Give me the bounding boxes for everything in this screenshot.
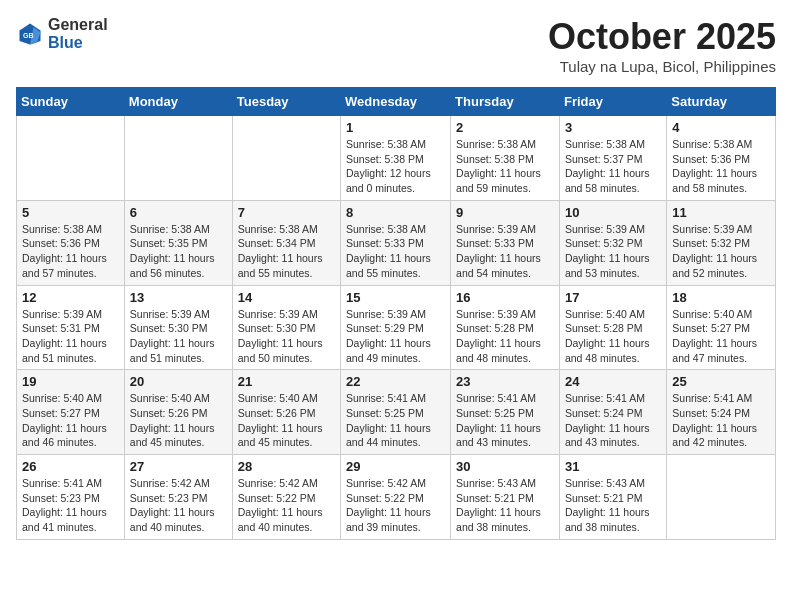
- day-info-line: and 38 minutes.: [565, 521, 640, 533]
- day-number: 23: [456, 374, 554, 389]
- calendar-cell: 25Sunrise: 5:41 AMSunset: 5:24 PMDayligh…: [667, 370, 776, 455]
- day-info-line: Sunset: 5:31 PM: [22, 322, 100, 334]
- day-info: Sunrise: 5:43 AMSunset: 5:21 PMDaylight:…: [565, 476, 661, 535]
- calendar-cell: 19Sunrise: 5:40 AMSunset: 5:27 PMDayligh…: [17, 370, 125, 455]
- day-info-line: Sunset: 5:22 PM: [346, 492, 424, 504]
- day-info-line: Sunrise: 5:38 AM: [346, 138, 426, 150]
- calendar-cell: 6Sunrise: 5:38 AMSunset: 5:35 PMDaylight…: [124, 200, 232, 285]
- day-number: 11: [672, 205, 770, 220]
- day-info-line: and 46 minutes.: [22, 436, 97, 448]
- day-info-line: and 53 minutes.: [565, 267, 640, 279]
- day-info-line: Daylight: 11 hours: [346, 252, 431, 264]
- calendar-week-1: 1Sunrise: 5:38 AMSunset: 5:38 PMDaylight…: [17, 116, 776, 201]
- day-info: Sunrise: 5:41 AMSunset: 5:24 PMDaylight:…: [672, 391, 770, 450]
- day-info-line: Sunrise: 5:39 AM: [672, 223, 752, 235]
- calendar-cell: 1Sunrise: 5:38 AMSunset: 5:38 PMDaylight…: [341, 116, 451, 201]
- day-info-line: Daylight: 11 hours: [456, 337, 541, 349]
- day-number: 1: [346, 120, 445, 135]
- day-info-line: and 38 minutes.: [456, 521, 531, 533]
- day-info-line: and 42 minutes.: [672, 436, 747, 448]
- day-info-line: Sunset: 5:33 PM: [456, 237, 534, 249]
- day-info-line: Sunrise: 5:38 AM: [565, 138, 645, 150]
- day-info-line: and 0 minutes.: [346, 182, 415, 194]
- day-number: 30: [456, 459, 554, 474]
- day-info-line: Sunset: 5:37 PM: [565, 153, 643, 165]
- day-info-line: Sunset: 5:27 PM: [22, 407, 100, 419]
- day-info: Sunrise: 5:41 AMSunset: 5:25 PMDaylight:…: [346, 391, 445, 450]
- day-info: Sunrise: 5:39 AMSunset: 5:29 PMDaylight:…: [346, 307, 445, 366]
- day-info-line: Sunrise: 5:41 AM: [456, 392, 536, 404]
- day-info-line: Daylight: 11 hours: [130, 252, 215, 264]
- day-info-line: Sunset: 5:33 PM: [346, 237, 424, 249]
- day-info-line: Sunrise: 5:39 AM: [456, 223, 536, 235]
- day-info: Sunrise: 5:41 AMSunset: 5:24 PMDaylight:…: [565, 391, 661, 450]
- day-info-line: and 40 minutes.: [130, 521, 205, 533]
- day-info-line: Daylight: 11 hours: [672, 422, 757, 434]
- day-number: 14: [238, 290, 335, 305]
- day-info-line: and 59 minutes.: [456, 182, 531, 194]
- day-info-line: and 45 minutes.: [238, 436, 313, 448]
- day-info-line: Daylight: 11 hours: [672, 167, 757, 179]
- day-info-line: Daylight: 11 hours: [346, 337, 431, 349]
- weekday-header-friday: Friday: [559, 88, 666, 116]
- weekday-header-sunday: Sunday: [17, 88, 125, 116]
- day-info-line: Daylight: 11 hours: [456, 167, 541, 179]
- day-number: 28: [238, 459, 335, 474]
- calendar-cell: [667, 455, 776, 540]
- day-info-line: Sunset: 5:24 PM: [672, 407, 750, 419]
- day-number: 17: [565, 290, 661, 305]
- day-info-line: Sunset: 5:35 PM: [130, 237, 208, 249]
- day-info-line: Daylight: 11 hours: [130, 337, 215, 349]
- day-info-line: Sunset: 5:23 PM: [22, 492, 100, 504]
- day-number: 15: [346, 290, 445, 305]
- day-info: Sunrise: 5:40 AMSunset: 5:28 PMDaylight:…: [565, 307, 661, 366]
- day-info-line: Daylight: 11 hours: [565, 167, 650, 179]
- day-info-line: Sunset: 5:34 PM: [238, 237, 316, 249]
- svg-text:GB: GB: [23, 31, 34, 38]
- logo-blue: Blue: [48, 34, 83, 51]
- calendar-cell: 23Sunrise: 5:41 AMSunset: 5:25 PMDayligh…: [451, 370, 560, 455]
- weekday-header-wednesday: Wednesday: [341, 88, 451, 116]
- location: Tulay na Lupa, Bicol, Philippines: [548, 58, 776, 75]
- day-info-line: Daylight: 11 hours: [565, 337, 650, 349]
- day-info: Sunrise: 5:38 AMSunset: 5:33 PMDaylight:…: [346, 222, 445, 281]
- day-info: Sunrise: 5:38 AMSunset: 5:36 PMDaylight:…: [672, 137, 770, 196]
- calendar-cell: 12Sunrise: 5:39 AMSunset: 5:31 PMDayligh…: [17, 285, 125, 370]
- day-info-line: Daylight: 11 hours: [22, 422, 107, 434]
- day-info: Sunrise: 5:40 AMSunset: 5:27 PMDaylight:…: [672, 307, 770, 366]
- calendar-cell: 29Sunrise: 5:42 AMSunset: 5:22 PMDayligh…: [341, 455, 451, 540]
- day-info-line: Sunrise: 5:42 AM: [130, 477, 210, 489]
- day-info-line: Sunrise: 5:39 AM: [130, 308, 210, 320]
- day-info: Sunrise: 5:40 AMSunset: 5:26 PMDaylight:…: [238, 391, 335, 450]
- day-info-line: Sunrise: 5:42 AM: [346, 477, 426, 489]
- day-info-line: Sunrise: 5:39 AM: [456, 308, 536, 320]
- weekday-header-tuesday: Tuesday: [232, 88, 340, 116]
- day-info: Sunrise: 5:39 AMSunset: 5:32 PMDaylight:…: [565, 222, 661, 281]
- day-info: Sunrise: 5:40 AMSunset: 5:26 PMDaylight:…: [130, 391, 227, 450]
- calendar-cell: [124, 116, 232, 201]
- calendar-cell: 24Sunrise: 5:41 AMSunset: 5:24 PMDayligh…: [559, 370, 666, 455]
- calendar-cell: 5Sunrise: 5:38 AMSunset: 5:36 PMDaylight…: [17, 200, 125, 285]
- day-number: 26: [22, 459, 119, 474]
- day-info-line: and 51 minutes.: [130, 352, 205, 364]
- day-info-line: Daylight: 11 hours: [22, 337, 107, 349]
- day-info-line: Daylight: 11 hours: [22, 252, 107, 264]
- day-info: Sunrise: 5:39 AMSunset: 5:31 PMDaylight:…: [22, 307, 119, 366]
- calendar-week-2: 5Sunrise: 5:38 AMSunset: 5:36 PMDaylight…: [17, 200, 776, 285]
- calendar-cell: [17, 116, 125, 201]
- calendar-cell: 14Sunrise: 5:39 AMSunset: 5:30 PMDayligh…: [232, 285, 340, 370]
- day-number: 31: [565, 459, 661, 474]
- day-number: 10: [565, 205, 661, 220]
- day-info-line: Sunrise: 5:41 AM: [22, 477, 102, 489]
- calendar-week-4: 19Sunrise: 5:40 AMSunset: 5:27 PMDayligh…: [17, 370, 776, 455]
- day-info: Sunrise: 5:38 AMSunset: 5:38 PMDaylight:…: [346, 137, 445, 196]
- calendar-cell: 28Sunrise: 5:42 AMSunset: 5:22 PMDayligh…: [232, 455, 340, 540]
- calendar-cell: 10Sunrise: 5:39 AMSunset: 5:32 PMDayligh…: [559, 200, 666, 285]
- day-info-line: Sunrise: 5:38 AM: [22, 223, 102, 235]
- day-info-line: Sunset: 5:38 PM: [456, 153, 534, 165]
- day-info: Sunrise: 5:38 AMSunset: 5:36 PMDaylight:…: [22, 222, 119, 281]
- day-info-line: and 48 minutes.: [456, 352, 531, 364]
- day-info-line: Sunset: 5:36 PM: [22, 237, 100, 249]
- page-header: GB General Blue October 2025 Tulay na Lu…: [16, 16, 776, 75]
- day-info-line: Sunset: 5:29 PM: [346, 322, 424, 334]
